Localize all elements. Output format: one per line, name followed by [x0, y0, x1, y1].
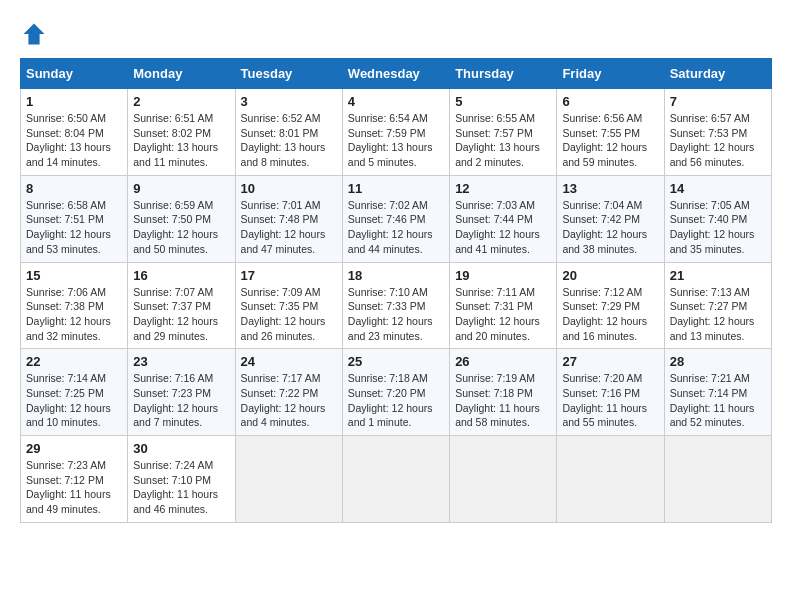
calendar-day-cell: 12Sunrise: 7:03 AMSunset: 7:44 PMDayligh… [450, 175, 557, 262]
calendar-day-cell: 23Sunrise: 7:16 AMSunset: 7:23 PMDayligh… [128, 349, 235, 436]
calendar-day-cell: 5Sunrise: 6:55 AMSunset: 7:57 PMDaylight… [450, 89, 557, 176]
day-number: 22 [26, 354, 122, 369]
calendar-week-row: 8Sunrise: 6:58 AMSunset: 7:51 PMDaylight… [21, 175, 772, 262]
calendar-day-cell: 24Sunrise: 7:17 AMSunset: 7:22 PMDayligh… [235, 349, 342, 436]
day-info: Sunrise: 7:14 AMSunset: 7:25 PMDaylight:… [26, 371, 122, 430]
day-number: 13 [562, 181, 658, 196]
calendar-day-cell: 30Sunrise: 7:24 AMSunset: 7:10 PMDayligh… [128, 436, 235, 523]
day-number: 28 [670, 354, 766, 369]
calendar-day-cell: 29Sunrise: 7:23 AMSunset: 7:12 PMDayligh… [21, 436, 128, 523]
logo [20, 20, 52, 48]
day-number: 20 [562, 268, 658, 283]
day-number: 27 [562, 354, 658, 369]
calendar-day-cell: 22Sunrise: 7:14 AMSunset: 7:25 PMDayligh… [21, 349, 128, 436]
day-info: Sunrise: 6:56 AMSunset: 7:55 PMDaylight:… [562, 111, 658, 170]
day-info: Sunrise: 7:18 AMSunset: 7:20 PMDaylight:… [348, 371, 444, 430]
day-info: Sunrise: 6:58 AMSunset: 7:51 PMDaylight:… [26, 198, 122, 257]
day-info: Sunrise: 7:01 AMSunset: 7:48 PMDaylight:… [241, 198, 337, 257]
day-number: 2 [133, 94, 229, 109]
calendar-day-cell: 10Sunrise: 7:01 AMSunset: 7:48 PMDayligh… [235, 175, 342, 262]
calendar-week-row: 22Sunrise: 7:14 AMSunset: 7:25 PMDayligh… [21, 349, 772, 436]
calendar-day-cell: 13Sunrise: 7:04 AMSunset: 7:42 PMDayligh… [557, 175, 664, 262]
day-number: 14 [670, 181, 766, 196]
day-number: 24 [241, 354, 337, 369]
calendar-day-cell: 21Sunrise: 7:13 AMSunset: 7:27 PMDayligh… [664, 262, 771, 349]
day-info: Sunrise: 7:02 AMSunset: 7:46 PMDaylight:… [348, 198, 444, 257]
day-number: 18 [348, 268, 444, 283]
day-number: 15 [26, 268, 122, 283]
day-number: 17 [241, 268, 337, 283]
calendar-day-cell: 11Sunrise: 7:02 AMSunset: 7:46 PMDayligh… [342, 175, 449, 262]
calendar-day-cell: 14Sunrise: 7:05 AMSunset: 7:40 PMDayligh… [664, 175, 771, 262]
day-number: 21 [670, 268, 766, 283]
calendar-day-cell: 6Sunrise: 6:56 AMSunset: 7:55 PMDaylight… [557, 89, 664, 176]
day-info: Sunrise: 7:24 AMSunset: 7:10 PMDaylight:… [133, 458, 229, 517]
calendar-day-cell: 4Sunrise: 6:54 AMSunset: 7:59 PMDaylight… [342, 89, 449, 176]
col-header-monday: Monday [128, 59, 235, 89]
calendar-day-cell [450, 436, 557, 523]
day-info: Sunrise: 7:04 AMSunset: 7:42 PMDaylight:… [562, 198, 658, 257]
calendar-week-row: 15Sunrise: 7:06 AMSunset: 7:38 PMDayligh… [21, 262, 772, 349]
logo-icon [20, 20, 48, 48]
calendar-day-cell: 2Sunrise: 6:51 AMSunset: 8:02 PMDaylight… [128, 89, 235, 176]
day-number: 3 [241, 94, 337, 109]
day-info: Sunrise: 7:13 AMSunset: 7:27 PMDaylight:… [670, 285, 766, 344]
day-number: 12 [455, 181, 551, 196]
calendar-day-cell: 25Sunrise: 7:18 AMSunset: 7:20 PMDayligh… [342, 349, 449, 436]
svg-marker-0 [24, 24, 45, 45]
day-info: Sunrise: 7:17 AMSunset: 7:22 PMDaylight:… [241, 371, 337, 430]
day-info: Sunrise: 6:50 AMSunset: 8:04 PMDaylight:… [26, 111, 122, 170]
day-info: Sunrise: 6:55 AMSunset: 7:57 PMDaylight:… [455, 111, 551, 170]
calendar-header-row: SundayMondayTuesdayWednesdayThursdayFrid… [21, 59, 772, 89]
col-header-friday: Friday [557, 59, 664, 89]
day-number: 6 [562, 94, 658, 109]
day-info: Sunrise: 7:12 AMSunset: 7:29 PMDaylight:… [562, 285, 658, 344]
day-number: 9 [133, 181, 229, 196]
page-header [20, 20, 772, 48]
day-info: Sunrise: 6:57 AMSunset: 7:53 PMDaylight:… [670, 111, 766, 170]
day-number: 1 [26, 94, 122, 109]
day-number: 16 [133, 268, 229, 283]
day-info: Sunrise: 6:52 AMSunset: 8:01 PMDaylight:… [241, 111, 337, 170]
day-number: 11 [348, 181, 444, 196]
day-number: 30 [133, 441, 229, 456]
day-info: Sunrise: 7:10 AMSunset: 7:33 PMDaylight:… [348, 285, 444, 344]
col-header-wednesday: Wednesday [342, 59, 449, 89]
day-number: 8 [26, 181, 122, 196]
calendar-table: SundayMondayTuesdayWednesdayThursdayFrid… [20, 58, 772, 523]
calendar-day-cell: 17Sunrise: 7:09 AMSunset: 7:35 PMDayligh… [235, 262, 342, 349]
calendar-day-cell: 27Sunrise: 7:20 AMSunset: 7:16 PMDayligh… [557, 349, 664, 436]
day-info: Sunrise: 7:11 AMSunset: 7:31 PMDaylight:… [455, 285, 551, 344]
day-number: 23 [133, 354, 229, 369]
day-info: Sunrise: 6:54 AMSunset: 7:59 PMDaylight:… [348, 111, 444, 170]
day-info: Sunrise: 7:19 AMSunset: 7:18 PMDaylight:… [455, 371, 551, 430]
day-number: 19 [455, 268, 551, 283]
day-info: Sunrise: 7:06 AMSunset: 7:38 PMDaylight:… [26, 285, 122, 344]
day-number: 5 [455, 94, 551, 109]
calendar-day-cell: 16Sunrise: 7:07 AMSunset: 7:37 PMDayligh… [128, 262, 235, 349]
calendar-day-cell: 28Sunrise: 7:21 AMSunset: 7:14 PMDayligh… [664, 349, 771, 436]
day-number: 4 [348, 94, 444, 109]
day-number: 10 [241, 181, 337, 196]
day-info: Sunrise: 7:16 AMSunset: 7:23 PMDaylight:… [133, 371, 229, 430]
day-info: Sunrise: 7:09 AMSunset: 7:35 PMDaylight:… [241, 285, 337, 344]
day-info: Sunrise: 7:23 AMSunset: 7:12 PMDaylight:… [26, 458, 122, 517]
calendar-day-cell: 15Sunrise: 7:06 AMSunset: 7:38 PMDayligh… [21, 262, 128, 349]
day-info: Sunrise: 7:21 AMSunset: 7:14 PMDaylight:… [670, 371, 766, 430]
day-number: 26 [455, 354, 551, 369]
day-info: Sunrise: 6:51 AMSunset: 8:02 PMDaylight:… [133, 111, 229, 170]
calendar-week-row: 1Sunrise: 6:50 AMSunset: 8:04 PMDaylight… [21, 89, 772, 176]
day-number: 25 [348, 354, 444, 369]
calendar-week-row: 29Sunrise: 7:23 AMSunset: 7:12 PMDayligh… [21, 436, 772, 523]
day-info: Sunrise: 7:03 AMSunset: 7:44 PMDaylight:… [455, 198, 551, 257]
calendar-day-cell: 18Sunrise: 7:10 AMSunset: 7:33 PMDayligh… [342, 262, 449, 349]
col-header-tuesday: Tuesday [235, 59, 342, 89]
calendar-day-cell: 9Sunrise: 6:59 AMSunset: 7:50 PMDaylight… [128, 175, 235, 262]
day-number: 29 [26, 441, 122, 456]
day-info: Sunrise: 7:07 AMSunset: 7:37 PMDaylight:… [133, 285, 229, 344]
calendar-day-cell [235, 436, 342, 523]
col-header-sunday: Sunday [21, 59, 128, 89]
day-info: Sunrise: 6:59 AMSunset: 7:50 PMDaylight:… [133, 198, 229, 257]
day-info: Sunrise: 7:20 AMSunset: 7:16 PMDaylight:… [562, 371, 658, 430]
col-header-saturday: Saturday [664, 59, 771, 89]
